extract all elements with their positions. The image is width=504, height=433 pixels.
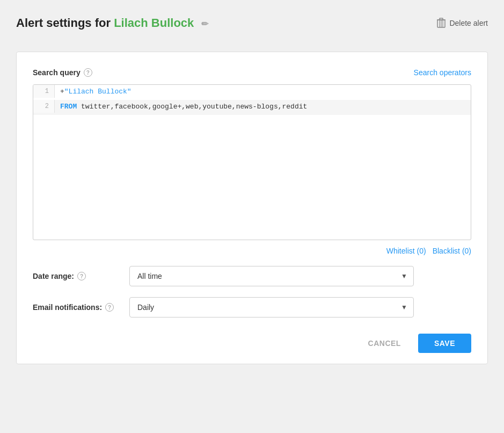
search-operators-link[interactable]: Search operators (414, 68, 471, 77)
footer-buttons: CANCEL SAVE (33, 328, 471, 353)
edit-icon[interactable]: ✏ (201, 19, 208, 29)
date-range-select[interactable]: All time Last 24 hours Last 7 days Last … (129, 266, 414, 286)
cancel-button[interactable]: CANCEL (357, 334, 412, 353)
whitelist-blacklist-row: Whitelist (0) Blacklist (0) (33, 247, 471, 255)
code-editor-empty (33, 115, 471, 239)
title-prefix: Alert settings for (16, 16, 114, 30)
code-editor[interactable]: 1 +"Lilach Bullock" 2 FROM twitter,faceb… (33, 84, 471, 240)
email-notifications-help-icon[interactable]: ? (105, 303, 114, 312)
token-string-1: "Lilach Bullock" (64, 88, 132, 96)
delete-alert-button[interactable]: Delete alert (436, 18, 488, 28)
email-notifications-select[interactable]: Daily Weekly Real-time Never (129, 297, 414, 317)
token-keyword-from: FROM (60, 103, 77, 111)
token-plus: + (60, 88, 64, 96)
search-query-help-icon[interactable]: ? (84, 68, 92, 77)
date-range-label: Date range: ? (33, 272, 119, 280)
code-line-2: 2 FROM twitter,facebook,google+,web,yout… (33, 100, 471, 115)
line-number-1: 1 (33, 85, 55, 98)
email-notifications-row: Email notifications: ? Daily Weekly Real… (33, 297, 471, 317)
page-header: Alert settings for Lilach Bullock ✏ Dele… (16, 11, 488, 35)
search-query-text: Search query (33, 68, 81, 77)
page-title: Alert settings for Lilach Bullock ✏ (16, 16, 208, 30)
email-notifications-label: Email notifications: ? (33, 303, 119, 312)
email-notifications-label-text: Email notifications: (33, 303, 102, 312)
main-card: Search query ? Search operators 1 +"Lila… (16, 52, 488, 364)
trash-icon (436, 18, 446, 28)
token-plain-sources: twitter,facebook,google+,web,youtube,new… (77, 103, 307, 111)
date-range-select-wrapper: All time Last 24 hours Last 7 days Last … (129, 266, 414, 286)
search-query-label: Search query ? (33, 68, 92, 77)
date-range-label-text: Date range: (33, 272, 74, 280)
line-content-1: +"Lilach Bullock" (55, 85, 471, 98)
email-notifications-select-wrapper: Daily Weekly Real-time Never ▼ (129, 297, 414, 317)
delete-alert-label: Delete alert (449, 19, 488, 27)
date-range-row: Date range: ? All time Last 24 hours Las… (33, 266, 471, 286)
save-button[interactable]: SAVE (418, 334, 471, 353)
date-range-help-icon[interactable]: ? (77, 272, 86, 280)
code-line-1: 1 +"Lilach Bullock" (33, 85, 471, 100)
whitelist-link[interactable]: Whitelist (0) (386, 247, 426, 255)
blacklist-link[interactable]: Blacklist (0) (433, 247, 471, 255)
line-number-2: 2 (33, 100, 55, 113)
search-query-section-header: Search query ? Search operators (33, 68, 471, 77)
line-content-2: FROM twitter,facebook,google+,web,youtub… (55, 100, 471, 113)
alert-name: Lilach Bullock (114, 16, 194, 30)
